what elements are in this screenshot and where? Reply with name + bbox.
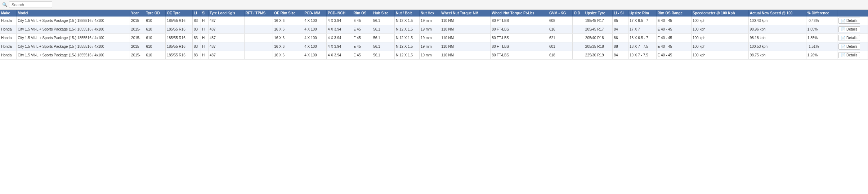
cell-actual-new-speed: 98.75 kph [748,51,806,60]
cell-gvm-kg: 608 [548,17,572,25]
cell-make: Honda [0,51,17,60]
cell-upsize-rim: 17 X 6.5 - 7 [628,17,656,25]
cell-wheel-nut-torque-ftlbs: 80 FT-LBS [491,51,548,60]
document-icon: 📄 [841,36,845,40]
cell-rim-os-range: E 40 - 45 [656,51,691,60]
cell-model: City 1.5 Vti-L + Sports Package (15-) 18… [17,42,130,51]
cell-hub-size: 56.1 [372,34,395,42]
cell-tyre-load-kgs: 487 [209,25,245,34]
cell-nut-bolt: N 12 X 1.5 [394,51,419,60]
cell-tyre-od: 610 [145,25,166,34]
cell-pcd-mm: 4 X 100 [303,34,327,42]
cell-upsize-tyre: 205/40 R18 [584,34,612,42]
details-button[interactable]: 📄Details [838,52,860,58]
cell-gvm-kg: 601 [548,42,572,51]
cell-upsize-tyre: 205/35 R18 [584,42,612,51]
col-wheel-nut-torque-ftlbs: Wheel Nut Torque Ft-Lbs [491,10,548,17]
cell-gvm-kg: 621 [548,34,572,42]
cell-wheel-nut-torque-ftlbs: 80 FT-LBS [491,25,548,34]
col-rft-tpms: RFT / TPMS [244,10,273,17]
cell-pct-difference: 1.85% [806,34,837,42]
cell-tyre-od: 610 [145,17,166,25]
details-button[interactable]: 📄Details [838,18,860,24]
cell-nut-hex: 19 mm [420,17,440,25]
cell-pcd-inch: 4 X 3.94 [327,25,352,34]
col-li-si: Li - Si [613,10,628,17]
cell-od [573,42,584,51]
cell-wheel-nut-torque-nm: 110 NM [440,17,491,25]
results-table-container: Make Model Year Tyre OD OE Tyre Li Si Ty… [0,10,868,60]
col-si: Si [201,10,209,17]
cell-make: Honda [0,42,17,51]
cell-upsize-tyre: 205/45 R17 [584,25,612,34]
cell-li: 83 [192,51,201,60]
cell-rim-os: E 45 [352,42,372,51]
cell-si: H [201,25,209,34]
search-icon: 🔍 [2,2,8,7]
document-icon: 📄 [841,45,845,48]
cell-year: 2015- [130,51,145,60]
cell-pct-difference: -0.43% [806,17,837,25]
col-tyre-od: Tyre OD [145,10,166,17]
search-input[interactable] [9,1,52,8]
col-make: Make [0,10,17,17]
cell-hub-size: 56.1 [372,42,395,51]
cell-wheel-nut-torque-nm: 110 NM [440,25,491,34]
cell-tyre-od: 610 [145,34,166,42]
cell-li: 83 [192,17,201,25]
col-speedometer: Speedometer @ 100 Kph [691,10,748,17]
col-pct-difference: % Difference [806,10,837,17]
document-icon: 📄 [841,53,845,57]
col-wheel-nut-torque-nm: Wheel Nut Torque NM [440,10,491,17]
cell-actual-new-speed: 98.18 kph [748,34,806,42]
cell-rft-tpms [244,25,273,34]
document-icon: 📄 [841,19,845,23]
cell-upsize-tyre: 225/30 R19 [584,51,612,60]
table-row: HondaCity 1.5 Vti-L + Sports Package (15… [0,25,868,34]
cell-li-si: 84 [613,51,628,60]
col-year: Year [130,10,145,17]
cell-rim-os: E 45 [352,17,372,25]
cell-li: 83 [192,34,201,42]
cell-pcd-inch: 4 X 3.94 [327,51,352,60]
col-model: Model [17,10,130,17]
cell-oe-rim-size: 16 X 6 [273,42,303,51]
details-button[interactable]: 📄Details [838,26,860,32]
cell-upsize-rim: 18 X 7 - 7.5 [628,42,656,51]
cell-wheel-nut-torque-ftlbs: 80 FT-LBS [491,17,548,25]
cell-model: City 1.5 Vti-L + Sports Package (15-) 18… [17,34,130,42]
cell-oe-rim-size: 16 X 6 [273,34,303,42]
col-tyre-load-kgs: Tyre Load Kg's [209,10,245,17]
cell-details: 📄Details [837,42,868,51]
cell-pcd-mm: 4 X 100 [303,42,327,51]
cell-rim-os: E 45 [352,34,372,42]
cell-nut-bolt: N 12 X 1.5 [394,34,419,42]
col-oe-rim-size: OE Rim Size [273,10,303,17]
cell-tyre-load-kgs: 487 [209,17,245,25]
cell-speedometer: 100 kph [691,51,748,60]
cell-rft-tpms [244,34,273,42]
cell-oe-rim-size: 16 X 6 [273,17,303,25]
cell-rim-os-range: E 40 - 45 [656,25,691,34]
cell-upsize-tyre: 195/45 R17 [584,17,612,25]
cell-pcd-mm: 4 X 100 [303,25,327,34]
cell-rim-os-range: E 40 - 45 [656,42,691,51]
details-label: Details [846,36,858,40]
cell-make: Honda [0,25,17,34]
cell-si: H [201,51,209,60]
cell-li: 83 [192,25,201,34]
cell-rft-tpms [244,51,273,60]
cell-pct-difference: 1.26% [806,51,837,60]
details-button[interactable]: 📄Details [838,35,860,41]
col-pcd-inch: PCD-INCH [327,10,352,17]
table-row: HondaCity 1.5 Vti-L + Sports Package (15… [0,17,868,25]
details-button[interactable]: 📄Details [838,43,860,50]
details-label: Details [846,53,858,57]
cell-wheel-nut-torque-nm: 110 NM [440,51,491,60]
cell-upsize-rim: 18 X 6.5 - 7 [628,34,656,42]
cell-li-si: 84 [613,25,628,34]
cell-oe-tyre: 185/55 R16 [166,25,193,34]
col-li: Li [192,10,201,17]
cell-nut-bolt: N 12 X 1.5 [394,42,419,51]
cell-pct-difference: -1.51% [806,42,837,51]
